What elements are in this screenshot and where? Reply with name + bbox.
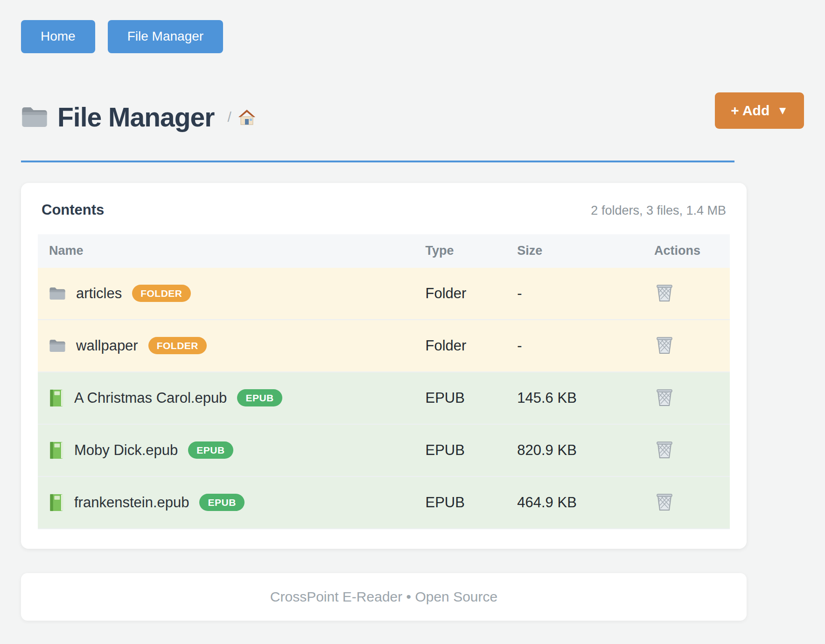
header-rule: [21, 161, 734, 162]
file-type: Folder: [425, 268, 515, 320]
table-row[interactable]: wallpaper FOLDER Folder -: [38, 320, 730, 372]
file-manager-nav-button[interactable]: File Manager: [108, 20, 223, 53]
delete-button[interactable]: [654, 386, 675, 408]
trash-icon: [656, 492, 673, 511]
delete-button[interactable]: [654, 281, 675, 304]
file-table: Name Type Size Actions articles FOLDER F…: [38, 234, 730, 529]
column-header-type: Type: [425, 234, 515, 268]
contents-summary: 2 folders, 3 files, 1.4 MB: [591, 203, 726, 218]
add-button-label: + Add: [731, 103, 769, 119]
home-nav-button[interactable]: Home: [21, 20, 95, 53]
page-header: File Manager / + Add ▼: [21, 92, 804, 142]
table-row[interactable]: A Christmas Carol.epub EPUB EPUB 145.6 K…: [38, 372, 730, 425]
file-name[interactable]: articles: [76, 285, 122, 302]
trash-icon: [656, 336, 673, 354]
book-icon: [49, 494, 64, 511]
file-table-header-row: Name Type Size Actions: [38, 234, 730, 268]
file-type: EPUB: [425, 477, 515, 529]
trash-icon: [656, 440, 673, 459]
file-size: -: [515, 320, 647, 372]
delete-button[interactable]: [654, 490, 675, 513]
file-size: 464.9 KB: [515, 477, 647, 529]
delete-button[interactable]: [654, 334, 675, 356]
type-badge: EPUB: [188, 441, 233, 459]
breadcrumb-separator: /: [227, 109, 231, 125]
table-row[interactable]: articles FOLDER Folder -: [38, 268, 730, 320]
folder-icon: [49, 338, 66, 353]
contents-card: Contents 2 folders, 3 files, 1.4 MB Name…: [21, 183, 747, 549]
file-size: -: [515, 268, 647, 320]
folder-icon: [49, 286, 66, 301]
file-type: EPUB: [425, 372, 515, 425]
add-button[interactable]: + Add ▼: [715, 92, 804, 129]
table-row[interactable]: Moby Dick.epub EPUB EPUB 820.9 KB: [38, 425, 730, 477]
top-nav: Home File Manager: [21, 20, 804, 53]
file-type: EPUB: [425, 425, 515, 477]
delete-button[interactable]: [654, 438, 675, 461]
table-row[interactable]: frankenstein.epub EPUB EPUB 464.9 KB: [38, 477, 730, 529]
type-badge: EPUB: [199, 494, 244, 511]
file-name[interactable]: Moby Dick.epub: [74, 442, 178, 459]
file-size: 145.6 KB: [515, 372, 647, 425]
column-header-name: Name: [38, 234, 425, 268]
column-header-actions: Actions: [647, 234, 730, 268]
folder-icon: [21, 106, 48, 128]
footer: CrossPoint E-Reader • Open Source: [21, 573, 747, 621]
file-name[interactable]: A Christmas Carol.epub: [74, 390, 227, 406]
file-type: Folder: [425, 320, 515, 372]
trash-icon: [656, 388, 673, 406]
book-icon: [49, 441, 64, 459]
type-badge: EPUB: [237, 389, 282, 406]
breadcrumb: /: [227, 108, 255, 126]
chevron-down-icon: ▼: [777, 104, 788, 117]
home-icon[interactable]: [238, 108, 256, 126]
book-icon: [49, 389, 64, 407]
trash-icon: [656, 283, 673, 302]
file-manager-page: Home File Manager File Manager / + Add ▼…: [0, 0, 825, 621]
file-name[interactable]: frankenstein.epub: [74, 494, 189, 511]
type-badge: FOLDER: [148, 337, 207, 354]
contents-card-header: Contents 2 folders, 3 files, 1.4 MB: [38, 202, 730, 218]
footer-text: CrossPoint E-Reader • Open Source: [270, 589, 497, 605]
type-badge: FOLDER: [132, 285, 190, 302]
file-size: 820.9 KB: [515, 425, 647, 477]
page-title: File Manager: [57, 102, 214, 133]
column-header-size: Size: [515, 234, 647, 268]
contents-title: Contents: [42, 202, 104, 218]
file-name[interactable]: wallpaper: [76, 337, 138, 354]
